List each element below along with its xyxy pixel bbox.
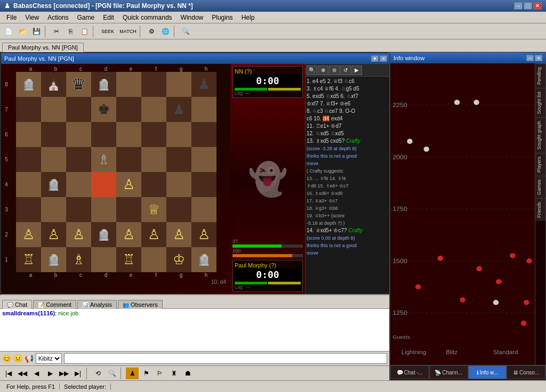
sq-a4[interactable] [16, 172, 41, 197]
sq-d3[interactable] [91, 197, 116, 222]
bt-prev-var[interactable]: ◀◀ [16, 368, 29, 379]
tb-new[interactable]: 📄 [2, 26, 15, 37]
sq-g4[interactable] [166, 172, 191, 197]
bt-end[interactable]: ▶| [71, 368, 84, 379]
sq-d4[interactable] [91, 172, 116, 197]
sq-c8[interactable]: ♛ [66, 72, 91, 97]
sq-e6[interactable] [116, 122, 141, 147]
board-close-button[interactable]: ✕ [380, 55, 387, 62]
sq-h7[interactable] [191, 97, 216, 122]
bt-piece5[interactable]: ☗ [181, 368, 194, 379]
tb-gear[interactable]: ⚙ [145, 26, 158, 37]
sq-g3[interactable] [166, 197, 191, 222]
sq-d6[interactable] [91, 122, 116, 147]
emoji-smile[interactable]: 😊 [2, 354, 11, 363]
sq-f3[interactable]: ♕ [141, 197, 166, 222]
tb-seek[interactable]: SEEK [98, 26, 117, 37]
ml-zoom-out-button[interactable]: ⊖ [329, 66, 340, 75]
menu-file[interactable]: File [2, 12, 21, 23]
sq-g5[interactable] [166, 147, 191, 172]
menu-actions[interactable]: Actions [43, 12, 73, 23]
sq-f6[interactable] [141, 122, 166, 147]
tb-save[interactable]: 💾 [30, 26, 43, 37]
chat-tab-observers[interactable]: 👥 Observers [118, 300, 163, 309]
ml-refresh-button[interactable]: ↺ [340, 66, 351, 75]
sq-e1[interactable]: ♖ [116, 247, 141, 272]
info-close-button[interactable]: ✕ [535, 55, 542, 61]
sq-a6[interactable] [16, 122, 41, 147]
sq-e7[interactable] [116, 97, 141, 122]
sq-h1[interactable]: 🪦 [191, 247, 216, 272]
sq-d1[interactable] [91, 247, 116, 272]
sq-h6[interactable] [191, 122, 216, 147]
tb-copy[interactable]: ⎘ [64, 26, 77, 37]
bottom-tab-info[interactable]: ℹ Info w... [468, 365, 507, 379]
sq-a5[interactable] [16, 147, 41, 172]
sq-c2[interactable]: ♙ [66, 222, 91, 247]
menu-quick-commands[interactable]: Quick commands [118, 12, 176, 23]
sq-c1[interactable]: ♗ [66, 247, 91, 272]
board-restore-button[interactable]: ▼ [371, 55, 379, 62]
chat-tab-comment[interactable]: 📝 Comment [33, 300, 76, 309]
chat-input[interactable] [64, 353, 387, 364]
sq-e3[interactable] [116, 197, 141, 222]
sq-h3[interactable] [191, 197, 216, 222]
side-tab-friends[interactable]: Friends [535, 198, 545, 221]
sq-a2[interactable]: ♙ [16, 222, 41, 247]
tb-match[interactable]: MATCH [118, 26, 138, 37]
sq-f1[interactable] [141, 247, 166, 272]
sq-a3[interactable] [16, 197, 41, 222]
emoji-3[interactable]: 📢 [25, 354, 34, 363]
chat-content[interactable]: smalldreams(1116): nice job [0, 309, 389, 352]
sq-d2[interactable]: 🪦 [91, 222, 116, 247]
sq-b7[interactable] [41, 97, 66, 122]
chat-tab-analysis[interactable]: 📊 Analysis [77, 300, 117, 309]
tb-connect[interactable]: 🌐 [159, 26, 172, 37]
bt-analyze[interactable]: 🔍 [106, 368, 118, 379]
tb-cut[interactable]: ✂ [50, 26, 63, 37]
maximize-button[interactable]: □ [524, 2, 532, 10]
emoji-2[interactable]: 😐 [13, 354, 22, 363]
sq-a1[interactable]: ♖ [16, 247, 41, 272]
ml-zoom-in-button[interactable]: ⊕ [318, 66, 328, 75]
menu-edit[interactable]: Edit [99, 12, 118, 23]
sq-c3[interactable] [66, 197, 91, 222]
ml-magnify-button[interactable]: 🔍 [307, 66, 317, 75]
tb-paste[interactable]: 📋 [78, 26, 91, 37]
info-minimize-button[interactable]: ─ [526, 55, 534, 61]
sq-b3[interactable] [41, 197, 66, 222]
sq-e4[interactable]: ♙ [116, 172, 141, 197]
sq-g8[interactable] [166, 72, 191, 97]
sq-c4[interactable] [66, 172, 91, 197]
sq-a7[interactable] [16, 97, 41, 122]
side-tab-players[interactable]: Players [535, 153, 545, 176]
bt-next[interactable]: ▶ [44, 368, 57, 379]
sq-f5[interactable] [141, 147, 166, 172]
sq-b4[interactable]: 🪦 [41, 172, 66, 197]
bt-prev[interactable]: ◀ [30, 368, 43, 379]
sq-d8[interactable]: 🪦 [91, 72, 116, 97]
menu-help[interactable]: Help [237, 12, 259, 23]
ml-forward-button[interactable]: ▶ [351, 66, 362, 75]
chat-channel-select[interactable]: Kibitz [36, 353, 62, 364]
bt-piece3[interactable]: 🏳 [154, 368, 166, 379]
bt-piece2[interactable]: ⚑ [140, 368, 152, 379]
minimize-button[interactable]: ─ [514, 2, 523, 10]
tb-open[interactable]: 📂 [16, 26, 29, 37]
bt-piece4[interactable]: ♜ [167, 368, 180, 379]
bottom-tab-console[interactable]: 🖥 Conso... [507, 365, 545, 379]
board-tab[interactable]: Paul Morphy vs. NN [PGN] [2, 43, 84, 52]
sq-d7[interactable]: ♚ [91, 97, 116, 122]
menu-window[interactable]: Window [176, 12, 208, 23]
bt-next-var[interactable]: ▶▶ [58, 368, 70, 379]
sq-h5[interactable] [191, 147, 216, 172]
sq-c7[interactable] [66, 97, 91, 122]
sq-b8[interactable]: ⛪ [41, 72, 66, 97]
sq-d5[interactable]: ♗ [91, 147, 116, 172]
sq-e5[interactable] [116, 147, 141, 172]
sq-h2[interactable]: ♙ [191, 222, 216, 247]
sq-b2[interactable]: ♙ [41, 222, 66, 247]
menu-game[interactable]: Game [73, 12, 99, 23]
chessboard[interactable]: 🪦 ⛪ ♛ 🪦 ♟ [16, 72, 216, 272]
sq-e8[interactable] [116, 72, 141, 97]
